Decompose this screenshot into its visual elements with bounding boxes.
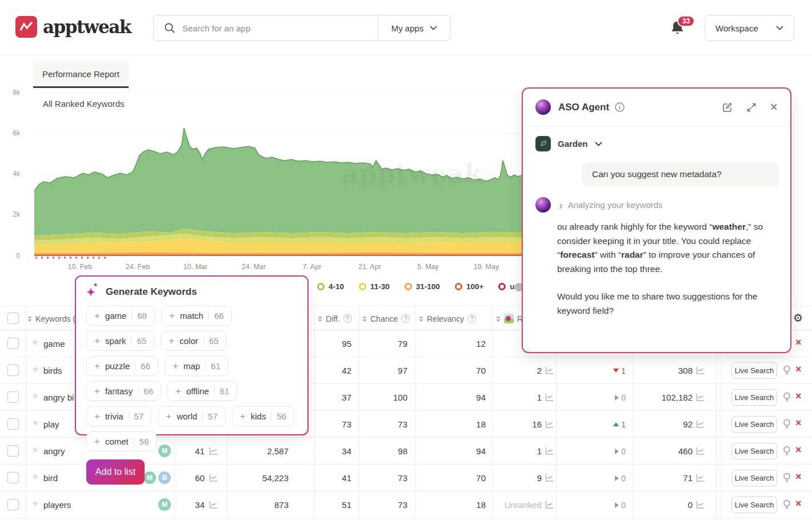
keyword-chip[interactable]: +spark65	[86, 331, 154, 351]
keyword-chip[interactable]: +kids56	[232, 406, 294, 426]
keyword-cell[interactable]: angry bi	[43, 384, 74, 411]
keyword-chip[interactable]: +comet56	[86, 431, 157, 451]
star-icon[interactable]: ★	[31, 445, 39, 455]
remove-keyword-icon[interactable]: ×	[795, 363, 802, 375]
remove-keyword-icon[interactable]: ×	[795, 471, 802, 483]
keyword-chip[interactable]: +puzzle66	[86, 356, 158, 376]
user-chat-message: Can you suggest new metadata?	[582, 162, 779, 186]
chevron-down-icon	[430, 26, 437, 30]
y-axis-tick: 0	[3, 252, 20, 260]
my-apps-dropdown[interactable]: My apps	[378, 15, 450, 41]
apptweak-logo[interactable]: apptweak	[15, 16, 131, 38]
star-icon[interactable]: ★	[31, 364, 39, 374]
keyword-cell[interactable]: play	[43, 411, 59, 438]
row-checkbox[interactable]	[7, 365, 19, 376]
rank-history-chart-icon[interactable]	[545, 501, 554, 509]
keyword-chip[interactable]: +color65	[161, 331, 226, 351]
column-header-keywords[interactable]: Keywords (	[27, 306, 75, 331]
info-icon[interactable]	[615, 102, 625, 112]
lightbulb-icon[interactable]	[782, 392, 791, 402]
search-input[interactable]: Search for an app	[154, 15, 378, 41]
add-to-list-button[interactable]: Add to list	[86, 459, 145, 485]
volume-history-chart-icon[interactable]	[209, 501, 218, 509]
lightbulb-icon[interactable]	[782, 499, 791, 510]
results-history-chart-icon[interactable]	[696, 501, 705, 509]
rank-history-chart-icon[interactable]	[545, 366, 554, 375]
keyword-cell[interactable]: game	[43, 330, 65, 357]
rank-history-chart-icon[interactable]	[545, 420, 554, 429]
column-header-difficulty[interactable]: Diff. ?	[318, 306, 352, 331]
legend-item[interactable]: 100+	[455, 282, 483, 291]
keyword-chip[interactable]: +offline61	[167, 381, 237, 401]
app-selector[interactable]: Garden	[523, 126, 790, 151]
remove-keyword-icon[interactable]: ×	[795, 498, 802, 510]
star-icon[interactable]: ★	[31, 418, 39, 428]
chevron-right-icon: ›	[559, 199, 563, 211]
keyword-chip[interactable]: +game68	[86, 306, 155, 326]
row-checkbox[interactable]	[7, 445, 19, 457]
rank-history-chart-icon[interactable]	[545, 447, 554, 455]
keyword-cell[interactable]: birds	[43, 357, 62, 384]
keyword-chip[interactable]: +match66	[161, 306, 231, 326]
live-search-button[interactable]: Live Search	[731, 389, 777, 406]
help-icon[interactable]: ?	[401, 314, 410, 323]
close-icon[interactable]: ×	[770, 101, 778, 114]
plus-icon: +	[240, 411, 246, 422]
lightbulb-icon[interactable]	[782, 365, 791, 375]
workspace-dropdown[interactable]: Workspace	[705, 15, 794, 41]
results-history-chart-icon[interactable]	[696, 474, 705, 482]
row-checkbox[interactable]	[7, 338, 19, 349]
lightbulb-icon[interactable]	[782, 419, 791, 429]
keyword-chip[interactable]: +fantasy66	[86, 381, 161, 401]
star-icon[interactable]: ★	[31, 498, 39, 509]
results-history-chart-icon[interactable]	[696, 366, 705, 375]
star-icon[interactable]: ★	[31, 471, 39, 482]
x-axis-tick: 10. Mar	[183, 263, 207, 271]
keyword-chip[interactable]: +trivia57	[86, 406, 151, 426]
remove-keyword-icon[interactable]: ×	[795, 444, 802, 456]
live-search-button[interactable]: Live Search	[731, 470, 777, 486]
relevancy-cell: 18	[415, 491, 486, 518]
rank-history-chart-icon[interactable]	[545, 393, 554, 402]
results-history-chart-icon[interactable]	[696, 393, 705, 402]
tab-performance-report[interactable]: Performance Report	[33, 61, 129, 88]
row-checkbox[interactable]	[7, 499, 19, 510]
remove-keyword-icon[interactable]: ×	[795, 337, 802, 349]
live-search-button[interactable]: Live Search	[731, 416, 777, 433]
live-search-button[interactable]: Live Search	[731, 497, 777, 513]
column-header-chance[interactable]: Chance ?	[362, 306, 410, 331]
legend-item[interactable]: 31-100	[405, 282, 440, 291]
keyword-cell[interactable]: bird	[43, 465, 58, 491]
garden-app-icon	[535, 136, 551, 151]
lightbulb-icon[interactable]	[782, 446, 791, 456]
chance-cell: 73	[359, 411, 407, 438]
remove-keyword-icon[interactable]: ×	[795, 390, 802, 402]
star-icon[interactable]: ★	[31, 391, 39, 401]
row-checkbox[interactable]	[7, 472, 19, 483]
results-history-chart-icon[interactable]	[696, 447, 705, 455]
row-checkbox[interactable]	[7, 391, 19, 403]
lightbulb-icon[interactable]	[782, 473, 791, 483]
keyword-chip[interactable]: +map61	[165, 356, 229, 376]
select-all-checkbox[interactable]	[7, 313, 19, 324]
notifications-button[interactable]: 33	[670, 19, 693, 39]
new-chat-icon[interactable]	[722, 102, 733, 113]
help-icon[interactable]: ?	[343, 314, 352, 323]
legend-item[interactable]: 4-10	[317, 282, 344, 291]
keyword-chip[interactable]: +world57	[158, 406, 225, 426]
live-search-button[interactable]: Live Search	[731, 362, 777, 379]
expand-icon[interactable]	[746, 102, 757, 113]
column-header-relevancy[interactable]: Relevancy ?	[419, 306, 476, 331]
row-checkbox[interactable]	[7, 418, 19, 430]
star-icon[interactable]: ★	[31, 337, 39, 347]
results-history-chart-icon[interactable]	[696, 420, 705, 429]
table-settings-gear-icon[interactable]: ⚙	[793, 311, 803, 325]
legend-item[interactable]: 11-30	[359, 282, 390, 291]
keyword-cell[interactable]: angry	[43, 438, 65, 465]
help-icon[interactable]: ?	[467, 314, 476, 323]
rank-history-chart-icon[interactable]	[545, 474, 554, 482]
remove-keyword-icon[interactable]: ×	[795, 417, 802, 429]
live-search-button[interactable]: Live Search	[731, 443, 777, 459]
keyword-cell[interactable]: players	[43, 491, 71, 518]
agent-status-row[interactable]: › Analyzing your keywords	[523, 186, 790, 213]
